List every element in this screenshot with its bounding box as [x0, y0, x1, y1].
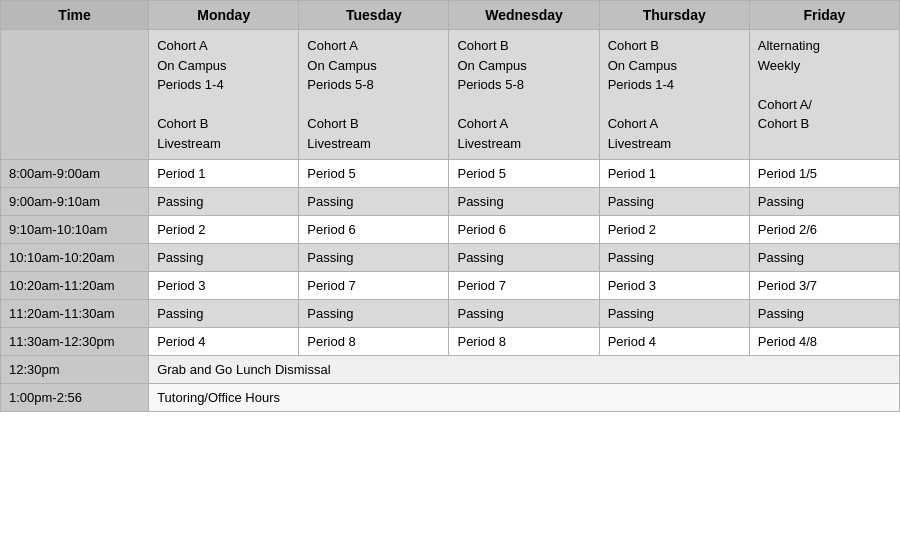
- table-row: 11:20am-11:30am Passing Passing Passing …: [1, 300, 900, 328]
- table-row: 11:30am-12:30pm Period 4 Period 8 Period…: [1, 328, 900, 356]
- friday-cell: Period 1/5: [749, 160, 899, 188]
- info-friday: AlternatingWeekly Cohort A/Cohort B: [749, 30, 899, 160]
- header-friday: Friday: [749, 1, 899, 30]
- header-wednesday: Wednesday: [449, 1, 599, 30]
- friday-cell: Passing: [749, 300, 899, 328]
- monday-cell: Period 4: [149, 328, 299, 356]
- monday-cell: Passing: [149, 300, 299, 328]
- thursday-cell: Period 3: [599, 272, 749, 300]
- thursday-cell: Passing: [599, 244, 749, 272]
- table-row: 10:10am-10:20am Passing Passing Passing …: [1, 244, 900, 272]
- header-time: Time: [1, 1, 149, 30]
- thursday-cell: Period 1: [599, 160, 749, 188]
- wednesday-cell: Period 8: [449, 328, 599, 356]
- lunch-row: 12:30pm Grab and Go Lunch Dismissal: [1, 356, 900, 384]
- header-tuesday: Tuesday: [299, 1, 449, 30]
- time-cell: 8:00am-9:00am: [1, 160, 149, 188]
- time-cell: 9:00am-9:10am: [1, 188, 149, 216]
- monday-cell: Period 1: [149, 160, 299, 188]
- friday-cell: Passing: [749, 188, 899, 216]
- tuesday-cell: Passing: [299, 188, 449, 216]
- table-row: 9:00am-9:10am Passing Passing Passing Pa…: [1, 188, 900, 216]
- friday-cell: Period 2/6: [749, 216, 899, 244]
- monday-cell: Period 2: [149, 216, 299, 244]
- monday-cell: Passing: [149, 188, 299, 216]
- wednesday-cell: Passing: [449, 300, 599, 328]
- wednesday-cell: Period 7: [449, 272, 599, 300]
- info-time-cell: [1, 30, 149, 160]
- time-cell: 10:10am-10:20am: [1, 244, 149, 272]
- thursday-cell: Passing: [599, 188, 749, 216]
- monday-cell: Passing: [149, 244, 299, 272]
- info-row: Cohort AOn CampusPeriods 1-4 Cohort BLiv…: [1, 30, 900, 160]
- table-row: 10:20am-11:20am Period 3 Period 7 Period…: [1, 272, 900, 300]
- lunch-label: Grab and Go Lunch Dismissal: [149, 356, 900, 384]
- time-cell: 9:10am-10:10am: [1, 216, 149, 244]
- tutoring-time-cell: 1:00pm-2:56: [1, 384, 149, 412]
- monday-cell: Period 3: [149, 272, 299, 300]
- header-row: Time Monday Tuesday Wednesday Thursday F…: [1, 1, 900, 30]
- wednesday-cell: Period 5: [449, 160, 599, 188]
- header-monday: Monday: [149, 1, 299, 30]
- tutoring-label: Tutoring/Office Hours: [149, 384, 900, 412]
- tutoring-row: 1:00pm-2:56 Tutoring/Office Hours: [1, 384, 900, 412]
- table-row: 9:10am-10:10am Period 2 Period 6 Period …: [1, 216, 900, 244]
- time-cell: 11:30am-12:30pm: [1, 328, 149, 356]
- tuesday-cell: Passing: [299, 300, 449, 328]
- friday-cell: Passing: [749, 244, 899, 272]
- time-cell: 11:20am-11:30am: [1, 300, 149, 328]
- friday-cell: Period 3/7: [749, 272, 899, 300]
- thursday-cell: Period 4: [599, 328, 749, 356]
- tuesday-cell: Period 5: [299, 160, 449, 188]
- info-tuesday: Cohort AOn CampusPeriods 5-8 Cohort BLiv…: [299, 30, 449, 160]
- info-wednesday: Cohort BOn CampusPeriods 5-8 Cohort ALiv…: [449, 30, 599, 160]
- table-row: 8:00am-9:00am Period 1 Period 5 Period 5…: [1, 160, 900, 188]
- thursday-cell: Period 2: [599, 216, 749, 244]
- wednesday-cell: Period 6: [449, 216, 599, 244]
- tuesday-cell: Passing: [299, 244, 449, 272]
- tuesday-cell: Period 8: [299, 328, 449, 356]
- tuesday-cell: Period 7: [299, 272, 449, 300]
- wednesday-cell: Passing: [449, 244, 599, 272]
- lunch-time-cell: 12:30pm: [1, 356, 149, 384]
- header-thursday: Thursday: [599, 1, 749, 30]
- wednesday-cell: Passing: [449, 188, 599, 216]
- thursday-cell: Passing: [599, 300, 749, 328]
- info-thursday: Cohort BOn CampusPeriods 1-4 Cohort ALiv…: [599, 30, 749, 160]
- info-monday: Cohort AOn CampusPeriods 1-4 Cohort BLiv…: [149, 30, 299, 160]
- friday-cell: Period 4/8: [749, 328, 899, 356]
- tuesday-cell: Period 6: [299, 216, 449, 244]
- time-cell: 10:20am-11:20am: [1, 272, 149, 300]
